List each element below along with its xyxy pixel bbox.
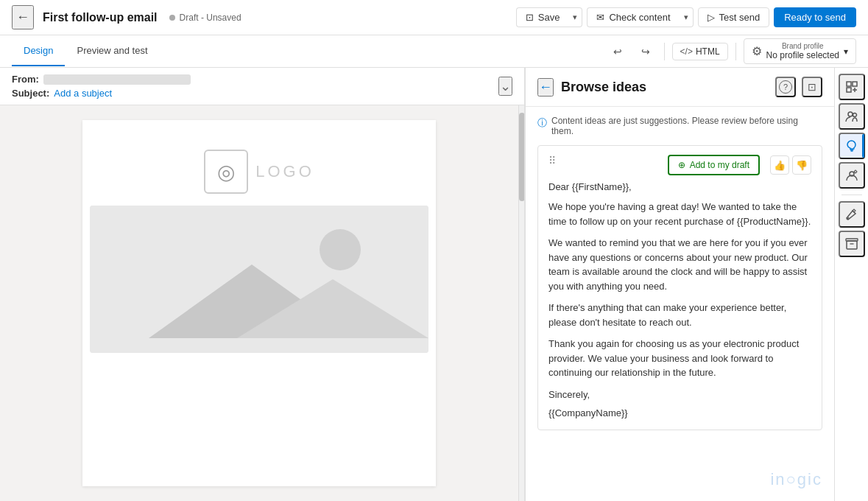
check-content-group: ✉ Check content ▾ xyxy=(587,7,693,27)
add-content-icon-button[interactable] xyxy=(839,74,865,100)
redo-button[interactable]: ↪ xyxy=(635,41,657,63)
back-button[interactable]: ← xyxy=(12,5,34,29)
personalize-icon xyxy=(845,169,858,182)
svg-rect-21 xyxy=(846,239,858,241)
add-to-draft-button[interactable]: ⊕ Add to my draft xyxy=(668,155,760,175)
email-subject-row: Subject: Add a subject xyxy=(12,88,191,99)
browse-title: Browse ideas xyxy=(561,80,768,95)
image-placeholder xyxy=(90,206,428,353)
email-collapse-button[interactable]: ⌄ xyxy=(498,77,512,96)
design-icon xyxy=(845,208,858,221)
svg-rect-4 xyxy=(847,82,851,86)
brand-profile-value: No profile selected xyxy=(766,50,839,60)
status-text: Draft - Unsaved xyxy=(180,13,241,23)
test-send-icon: ▷ xyxy=(708,12,715,23)
add-content-icon xyxy=(845,80,858,94)
save-dropdown-button[interactable]: ▾ xyxy=(568,7,582,27)
brand-profile-icon: ⚙ xyxy=(752,44,762,58)
people-icon xyxy=(845,110,858,123)
app-header: ← First follow-up email Draft - Unsaved … xyxy=(0,0,868,35)
header-actions: ⊡ Save ▾ ✉ Check content ▾ ▷ Test send R… xyxy=(516,7,856,27)
brand-profile-button[interactable]: ⚙ Brand profile No profile selected ▾ xyxy=(744,38,856,64)
tab-preview-and-test[interactable]: Preview and test xyxy=(65,36,159,66)
idea-para-1: We hope you're having a great day! We wa… xyxy=(548,200,811,228)
idea-para-4: Thank you again for choosing us as your … xyxy=(548,337,811,380)
email-scrollbar[interactable] xyxy=(518,105,524,501)
scroll-thumb[interactable] xyxy=(519,113,524,201)
expand-icon: ⊡ xyxy=(808,81,816,93)
redo-icon: ↪ xyxy=(641,46,650,57)
save-chevron-icon: ▾ xyxy=(573,13,577,22)
ideas-icon-button[interactable] xyxy=(839,133,865,159)
info-text: Content ideas are just suggestions. Plea… xyxy=(551,116,822,136)
people-icon-button[interactable] xyxy=(839,103,865,130)
sidebar-divider xyxy=(841,195,862,195)
tab-design[interactable]: Design xyxy=(12,36,65,66)
save-label: Save xyxy=(538,12,560,23)
main-content: From: Subject: Add a subject ⌄ ◎ xyxy=(0,68,868,501)
tabs-right-actions: ↩ ↪ </> HTML ⚙ Brand profile No profile … xyxy=(607,38,856,64)
check-content-label: Check content xyxy=(609,12,670,23)
save-group: ⊡ Save ▾ xyxy=(516,7,583,27)
tabs-bar: Design Preview and test ↩ ↪ </> HTML ⚙ B… xyxy=(0,35,868,68)
archive-icon xyxy=(845,237,858,251)
undo-button[interactable]: ↩ xyxy=(607,41,629,63)
from-label: From: xyxy=(12,74,39,85)
svg-point-1 xyxy=(320,229,361,270)
from-value-redacted xyxy=(43,74,191,85)
add-subject-link[interactable]: Add a subject xyxy=(54,88,112,99)
browse-help-button[interactable]: ? xyxy=(775,77,796,97)
save-button[interactable]: ⊡ Save xyxy=(516,7,569,27)
thumbs-up-icon: 👍 xyxy=(774,160,786,171)
html-button[interactable]: </> HTML xyxy=(672,43,728,60)
brand-profile-title: Brand profile xyxy=(766,42,839,50)
design-icon-button[interactable] xyxy=(839,201,865,228)
html-label: HTML xyxy=(696,46,720,57)
placeholder-svg xyxy=(90,206,428,353)
collapse-icon: ⌄ xyxy=(500,79,511,94)
idea-greeting: Dear {{FirstName}}, xyxy=(548,181,811,192)
page-title: First follow-up email xyxy=(43,11,158,24)
idea-card: ⠿ ⊕ Add to my draft 👍 xyxy=(537,145,822,430)
ready-to-send-button[interactable]: Ready to send xyxy=(774,7,856,27)
drag-handle[interactable]: ⠿ xyxy=(548,155,556,167)
undo-icon: ↩ xyxy=(613,46,622,57)
thumbs-down-icon: 👎 xyxy=(796,160,808,171)
save-icon: ⊡ xyxy=(526,12,534,23)
subject-label: Subject: xyxy=(12,88,49,99)
browse-ideas-panel: ← Browse ideas ? ⊡ ⓘ Content ideas ar xyxy=(525,68,834,501)
email-panel: From: Subject: Add a subject ⌄ ◎ xyxy=(0,68,524,501)
personalize-icon-button[interactable] xyxy=(839,162,865,189)
idea-para-2: We wanted to remind you that we are here… xyxy=(548,236,811,293)
check-content-icon: ✉ xyxy=(596,12,604,23)
check-content-button[interactable]: ✉ Check content xyxy=(587,7,679,27)
idea-card-top: ⠿ ⊕ Add to my draft 👍 xyxy=(548,155,811,175)
browse-back-icon: ← xyxy=(539,80,552,95)
email-body: ◎ LOGO xyxy=(0,105,518,501)
logo-icon: ◎ xyxy=(217,160,235,184)
brand-profile-chevron-icon: ▾ xyxy=(844,46,848,57)
browse-expand-button[interactable]: ⊡ xyxy=(802,77,822,97)
html-icon: </> xyxy=(680,46,693,57)
browse-content: ⓘ Content ideas are just suggestions. Pl… xyxy=(526,107,834,439)
test-send-button[interactable]: ▷ Test send xyxy=(698,7,770,27)
logo-text: LOGO xyxy=(255,162,314,181)
ideas-icon xyxy=(845,139,858,153)
back-icon: ← xyxy=(16,10,29,25)
check-content-dropdown-button[interactable]: ▾ xyxy=(680,7,694,27)
ready-to-send-label: Ready to send xyxy=(784,12,846,23)
svg-rect-5 xyxy=(853,82,857,86)
svg-point-10 xyxy=(853,113,856,117)
email-canvas: ◎ LOGO xyxy=(82,120,436,486)
logo-placeholder: ◎ xyxy=(204,150,248,194)
thumbs-up-button[interactable]: 👍 xyxy=(770,155,789,175)
add-to-draft-label: Add to my draft xyxy=(690,160,749,170)
archive-icon-button[interactable] xyxy=(839,231,865,257)
idea-para-3: If there's anything that can make your e… xyxy=(548,301,811,329)
sidebar-icons xyxy=(834,68,868,501)
info-note: ⓘ Content ideas are just suggestions. Pl… xyxy=(537,116,822,136)
thumbs-down-button[interactable]: 👎 xyxy=(792,155,811,175)
svg-rect-20 xyxy=(847,241,857,249)
brand-profile-info: Brand profile No profile selected xyxy=(766,42,839,60)
browse-back-button[interactable]: ← xyxy=(537,78,554,97)
